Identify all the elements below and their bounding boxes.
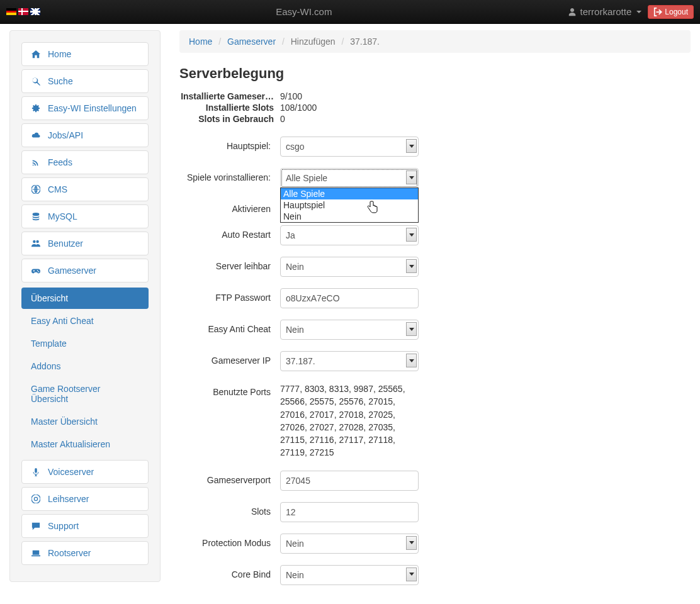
subnav-rootserver-overview[interactable]: Game Rootserver Übersicht xyxy=(21,378,149,410)
sidebar-item-label: Voiceserver xyxy=(48,467,94,477)
subnav-overview[interactable]: Übersicht xyxy=(21,288,149,309)
sidebar-item-label: Suche xyxy=(48,76,73,86)
leihbar-select[interactable] xyxy=(280,257,419,277)
ftp-password-label: FTP Passwort xyxy=(179,288,280,303)
brand-title[interactable]: Easy-WI.com xyxy=(40,6,568,17)
leihbar-label: Server leihbar xyxy=(179,257,280,271)
database-icon xyxy=(31,212,40,221)
sidebar-item-search[interactable]: Suche xyxy=(21,69,149,93)
stat-installed-slots-value: 108/1000 xyxy=(280,103,691,113)
life-ring-icon xyxy=(31,495,40,503)
cloud-icon xyxy=(31,131,40,140)
sidebar-item-users[interactable]: Benutzer xyxy=(21,232,149,255)
breadcrumb-home[interactable]: Home xyxy=(189,36,212,47)
stat-installed-gs-value: 9/100 xyxy=(280,91,691,101)
hauptspiel-label: Hauptspiel: xyxy=(179,137,280,151)
rss-icon xyxy=(31,158,40,167)
dropdown-option[interactable]: Nein xyxy=(281,211,418,222)
corebind-select[interactable] xyxy=(280,565,419,585)
laptop-icon xyxy=(31,549,40,557)
language-flags xyxy=(6,8,40,15)
users-icon xyxy=(31,239,40,248)
gameserverport-input[interactable] xyxy=(280,471,419,491)
mic-icon xyxy=(31,467,40,476)
subnav-addons[interactable]: Addons xyxy=(21,355,149,377)
flag-dk-icon[interactable] xyxy=(18,8,28,15)
subnav-master-overview[interactable]: Master Übersicht xyxy=(21,411,149,432)
sidebar-item-label: Easy-WI Einstellungen xyxy=(48,103,137,113)
autorestart-select[interactable] xyxy=(280,225,419,245)
sidebar-item-label: MySQL xyxy=(48,211,77,221)
sidebar-gameserver-subnav: Übersicht Easy Anti Cheat Template Addon… xyxy=(21,288,149,455)
flag-de-icon[interactable] xyxy=(6,8,16,15)
slots-input[interactable] xyxy=(280,502,419,522)
eac-label: Easy Anti Cheat xyxy=(179,320,280,334)
sidebar-item-settings[interactable]: Easy-WI Einstellungen xyxy=(21,96,149,120)
server-stats: Installierte Gameser… 9/100 Installierte… xyxy=(179,91,691,124)
ftp-password-input[interactable] xyxy=(280,288,419,308)
search-icon xyxy=(31,77,40,86)
page-title: Serverbelegung xyxy=(179,65,691,82)
sidebar-item-leihserver[interactable]: Leihserver xyxy=(21,487,149,511)
sidebar-item-gameserver[interactable]: Gameserver xyxy=(21,259,149,282)
sidebar-item-home[interactable]: Home xyxy=(21,42,149,66)
sidebar-item-label: Support xyxy=(48,521,79,531)
eac-select[interactable] xyxy=(280,320,419,340)
sidebar-item-label: Benutzer xyxy=(48,238,83,249)
subnav-template[interactable]: Template xyxy=(21,333,149,354)
comment-icon xyxy=(31,522,40,530)
username-label: terrorkarotte xyxy=(580,6,632,17)
sidebar-item-label: Jobs/API xyxy=(48,130,83,140)
hauptspiel-select[interactable] xyxy=(280,137,419,157)
breadcrumb-separator: / xyxy=(337,36,347,47)
breadcrumb-add: Hinzufügen xyxy=(291,36,336,47)
stat-installed-slots-label: Installierte Slots xyxy=(179,103,280,113)
breadcrumb-separator: / xyxy=(215,36,225,47)
gamepad-icon xyxy=(31,266,40,275)
subnav-eac[interactable]: Easy Anti Cheat xyxy=(21,310,149,332)
stat-installed-gs-label: Installierte Gameser… xyxy=(179,91,280,101)
sidebar-item-rootserver[interactable]: Rootserver xyxy=(21,541,149,565)
flag-uk-icon[interactable] xyxy=(30,8,40,15)
used-ports-label: Benutzte Ports xyxy=(179,383,280,397)
sidebar-item-feeds[interactable]: Feeds xyxy=(21,150,149,174)
aktivieren-label: Aktivieren xyxy=(179,199,280,214)
sidebar-well: Home Suche Easy-WI Einstellungen Jobs/AP… xyxy=(9,30,161,582)
sidebar-main-nav: Home Suche Easy-WI Einstellungen Jobs/AP… xyxy=(21,42,149,282)
protection-select[interactable] xyxy=(280,534,419,554)
autorestart-label: Auto Restart xyxy=(179,225,280,240)
sidebar-item-mysql[interactable]: MySQL xyxy=(21,204,149,228)
preinstall-dropdown: Alle Spiele Hauptspiel Nein xyxy=(280,187,419,223)
sidebar-item-label: Home xyxy=(48,49,71,59)
stat-slots-in-use-label: Slots in Gebrauch xyxy=(179,114,280,124)
sidebar-item-label: Gameserver xyxy=(48,266,96,276)
sidebar-item-voiceserver[interactable]: Voiceserver xyxy=(21,460,149,484)
globe-icon xyxy=(31,185,40,194)
cogs-icon xyxy=(31,104,40,113)
sidebar-item-label: CMS xyxy=(48,184,67,194)
slots-label: Slots xyxy=(179,502,280,517)
dropdown-option[interactable]: Hauptspiel xyxy=(281,199,418,211)
dropdown-option[interactable]: Alle Spiele xyxy=(281,188,418,199)
logout-icon xyxy=(653,8,662,16)
sidebar-item-label: Feeds xyxy=(48,157,72,167)
top-navbar: Easy-WI.com terrorkarotte Logout xyxy=(0,0,700,24)
gameserver-ip-select[interactable] xyxy=(280,351,419,371)
breadcrumb-separator: / xyxy=(278,36,288,47)
logout-button[interactable]: Logout xyxy=(648,5,694,19)
home-icon xyxy=(31,50,40,59)
sidebar-item-support[interactable]: Support xyxy=(21,514,149,538)
subnav-master-update[interactable]: Master Aktualisieren xyxy=(21,433,149,455)
user-icon xyxy=(568,8,577,16)
gameserver-ip-label: Gameserver IP xyxy=(179,351,280,366)
user-menu[interactable]: terrorkarotte xyxy=(568,6,642,17)
sidebar-item-jobs[interactable]: Jobs/API xyxy=(21,123,149,147)
sidebar-item-cms[interactable]: CMS xyxy=(21,177,149,201)
protection-label: Protection Modus xyxy=(179,534,280,548)
sidebar-item-label: Leihserver xyxy=(48,494,89,504)
sidebar-secondary-nav: Voiceserver Leihserver Support Rootserve… xyxy=(21,460,149,565)
logout-label: Logout xyxy=(665,8,688,16)
breadcrumb-gameserver[interactable]: Gameserver xyxy=(227,36,276,47)
preinstall-select[interactable] xyxy=(280,168,419,188)
gameserverport-label: Gameserverport xyxy=(179,471,280,485)
